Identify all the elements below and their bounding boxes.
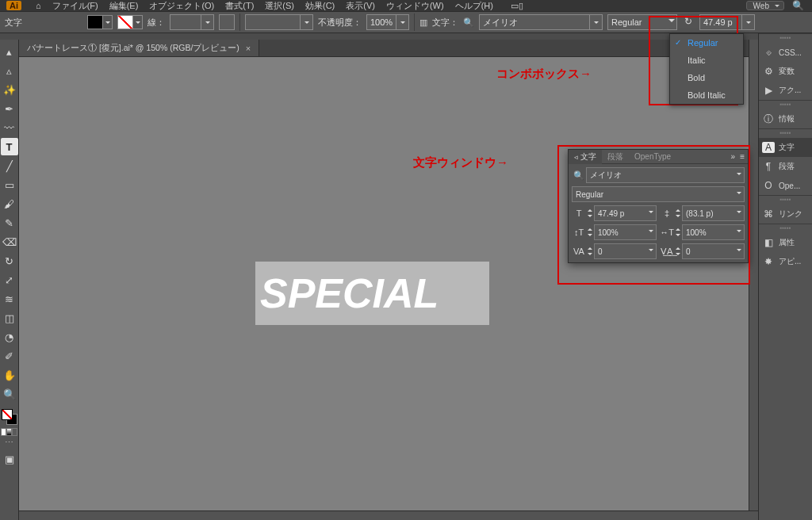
- control-bar: 文字 線： 不透明度： ▥ 文字： 🔍 Regular ↻: [0, 11, 812, 33]
- panel-tab-paragraph[interactable]: 段落: [602, 150, 629, 164]
- menu-edit[interactable]: 編集(E): [109, 0, 139, 11]
- menu-effect[interactable]: 効果(C): [305, 0, 335, 11]
- menu-window[interactable]: ウィンドウ(W): [386, 0, 444, 11]
- stroke-weight-input[interactable]: [170, 14, 214, 30]
- app-logo-icon: Ai: [6, 1, 21, 10]
- panel-tab-opentype[interactable]: OpenType: [629, 150, 676, 164]
- fill-swatch[interactable]: [87, 15, 113, 29]
- size-spinner[interactable]: [586, 205, 594, 221]
- zoom-tool[interactable]: 🔍: [1, 385, 18, 403]
- attr-icon: ◧: [762, 237, 775, 248]
- kerning-icon: VA: [572, 243, 586, 259]
- dock-css[interactable]: ⟐CSS...: [759, 43, 812, 62]
- magic-wand-tool[interactable]: ✨: [1, 81, 18, 98]
- menu-object[interactable]: オブジェクト(O): [149, 0, 214, 11]
- panel-menu-icon[interactable]: ≡: [740, 152, 745, 161]
- font-size-input[interactable]: [699, 14, 755, 30]
- stroke-swatch[interactable]: [117, 15, 143, 29]
- panel-tracking[interactable]: 0: [682, 243, 745, 259]
- brush-input[interactable]: [245, 14, 313, 30]
- panel-tab-character[interactable]: ◃文字: [569, 150, 602, 164]
- dock-paragraph[interactable]: ¶段落: [759, 157, 812, 176]
- font-style-combo[interactable]: Regular: [607, 14, 677, 30]
- font-search-icon[interactable]: 🔍: [463, 17, 474, 28]
- vscale-spinner[interactable]: [586, 224, 594, 240]
- text-selection[interactable]: SPECIAL: [255, 262, 489, 325]
- rotate-tool[interactable]: ↻: [1, 252, 18, 270]
- menu-type[interactable]: 書式(T): [225, 0, 254, 11]
- curvature-tool[interactable]: 〰: [1, 119, 18, 136]
- direct-selection-tool[interactable]: ▵: [1, 62, 18, 79]
- home-icon[interactable]: ⌂: [36, 1, 41, 10]
- hscale-spinner[interactable]: [674, 224, 682, 240]
- horizontal-scrollbar[interactable]: [19, 510, 758, 520]
- close-icon[interactable]: ×: [246, 44, 251, 53]
- menu-view[interactable]: 表示(V): [346, 0, 375, 11]
- reset-size-icon[interactable]: ↻: [682, 16, 695, 29]
- kerning-spinner[interactable]: [586, 243, 594, 259]
- type-tool[interactable]: T: [1, 138, 18, 155]
- dock-actions[interactable]: ▶アク...: [759, 81, 812, 100]
- annotation-charwin-label: 文字ウィンドウ→: [413, 155, 508, 170]
- font-family-input[interactable]: [479, 14, 603, 30]
- screen-mode-icon[interactable]: ▣: [1, 450, 18, 468]
- hand-tool[interactable]: ✋: [1, 366, 18, 384]
- panel-font-style[interactable]: Regular: [572, 186, 745, 202]
- menu-select[interactable]: 選択(S): [265, 0, 294, 11]
- panel-font-family[interactable]: メイリオ: [586, 167, 745, 183]
- canvas[interactable]: SPECIAL: [19, 57, 758, 510]
- arrange-icon[interactable]: ▭▯: [511, 1, 523, 11]
- selection-tool[interactable]: ▴: [1, 43, 18, 60]
- font-style-option-bolditalic[interactable]: Bold Italic: [670, 86, 743, 104]
- menu-help[interactable]: ヘルプ(H): [455, 0, 493, 11]
- panel-collapse-icon[interactable]: »: [731, 152, 736, 161]
- panel-hscale[interactable]: 100%: [682, 224, 745, 240]
- search-icon[interactable]: 🔍: [792, 0, 804, 11]
- free-transform-tool[interactable]: ◫: [1, 309, 18, 327]
- panel-font-size[interactable]: 47.49 p: [594, 205, 657, 221]
- font-style-option-regular[interactable]: Regular: [670, 34, 743, 52]
- panel-icon[interactable]: ▥: [419, 17, 427, 28]
- css-icon: ⟐: [762, 47, 775, 58]
- font-style-option-bold[interactable]: Bold: [670, 69, 743, 86]
- font-search-icon[interactable]: 🔍: [572, 167, 586, 183]
- dock-character[interactable]: A文字: [759, 138, 812, 157]
- artboard-text: SPECIAL: [255, 262, 439, 325]
- toolbox-edit-icon[interactable]: ⋯: [5, 438, 14, 449]
- line-tool[interactable]: ╱: [1, 157, 18, 174]
- vertical-scrollbar[interactable]: [749, 40, 758, 510]
- shape-builder-tool[interactable]: ◔: [1, 328, 18, 346]
- dock-group-header: ▪▪▪▪▪: [759, 195, 812, 205]
- dock-opentype[interactable]: OOpe...: [759, 176, 812, 195]
- tracking-spinner[interactable]: [674, 243, 682, 259]
- opacity-input[interactable]: [366, 14, 409, 30]
- dock-appearance[interactable]: ✸アピ...: [759, 252, 812, 271]
- font-style-option-italic[interactable]: Italic: [670, 52, 743, 69]
- character-panel: ◃文字 段落 OpenType » ≡ 🔍 メイリオ Regular T 47.…: [568, 149, 749, 263]
- panel-leading[interactable]: (83.1 p): [682, 205, 745, 221]
- pencil-tool[interactable]: ✎: [1, 214, 18, 231]
- dock-info[interactable]: ⓘ情報: [759, 109, 812, 128]
- eraser-tool[interactable]: ⌫: [1, 233, 18, 250]
- paintbrush-tool[interactable]: 🖌: [1, 195, 18, 212]
- panel-vscale[interactable]: 100%: [594, 224, 657, 240]
- document-tab[interactable]: バナートレース① [復元].ai* @ 150% (RGB/プレビュー) ×: [19, 40, 259, 56]
- scale-tool[interactable]: ⤢: [1, 271, 18, 289]
- gear-icon: ⚙: [762, 66, 775, 77]
- workspace-switcher[interactable]: Web: [746, 1, 784, 10]
- fill-stroke-swatches[interactable]: [2, 409, 17, 425]
- leading-spinner[interactable]: [674, 205, 682, 221]
- width-tool[interactable]: ≋: [1, 290, 18, 308]
- dock-links[interactable]: ⌘リンク: [759, 205, 812, 224]
- panel-kerning[interactable]: 0: [594, 243, 657, 259]
- font-size-icon: T: [572, 205, 586, 221]
- dock-variables[interactable]: ⚙変数: [759, 62, 812, 81]
- dock-attributes[interactable]: ◧属性: [759, 233, 812, 252]
- stroke-variable-icon[interactable]: [219, 14, 235, 30]
- pen-tool[interactable]: ✒: [1, 100, 18, 117]
- eyedropper-tool[interactable]: ✐: [1, 347, 18, 365]
- color-mode-buttons[interactable]: [1, 428, 18, 436]
- leading-icon: ‡: [660, 205, 674, 221]
- menu-file[interactable]: ファイル(F): [52, 0, 98, 11]
- rectangle-tool[interactable]: ▭: [1, 176, 18, 193]
